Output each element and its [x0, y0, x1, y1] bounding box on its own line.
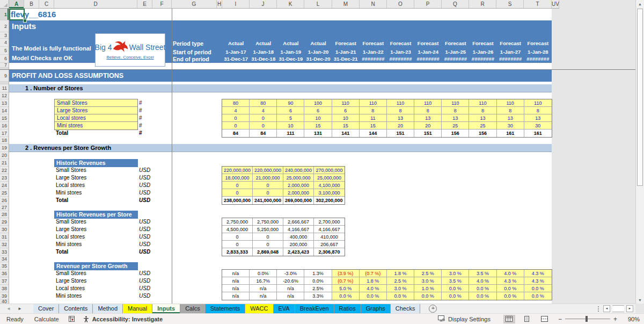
period-start-cell[interactable]: 1-Jan-23	[387, 48, 414, 56]
cell[interactable]: 4.0 %	[360, 285, 387, 292]
cell[interactable]: 10	[304, 114, 332, 122]
cell[interactable]: 0.0%	[250, 270, 277, 277]
cell[interactable]: 10	[277, 122, 304, 129]
display-settings-button[interactable]: Display Settings	[438, 315, 491, 323]
sheet-tab-method[interactable]: Method	[93, 304, 123, 313]
cell[interactable]: 20	[387, 122, 414, 129]
sheet-tab-ratios[interactable]: Ratios	[334, 304, 361, 313]
cell[interactable]: 0	[250, 122, 277, 129]
cell[interactable]: 15	[360, 122, 387, 129]
cell[interactable]: 3.0 %	[414, 277, 442, 285]
cell[interactable]: 2.5 %	[414, 270, 442, 277]
period-end-cell[interactable]: ########	[414, 55, 442, 63]
cell[interactable]: 25	[469, 122, 496, 129]
cell[interactable]: 111	[277, 129, 304, 137]
cell[interactable]: 80	[250, 99, 277, 107]
sheet-tab-breakeven[interactable]: BreakEven	[295, 304, 334, 313]
row-header-30[interactable]: 30	[0, 226, 9, 233]
cell[interactable]: 8	[442, 107, 469, 114]
cell[interactable]: 2.5 %	[387, 277, 414, 285]
cell[interactable]: 20	[414, 122, 442, 129]
cell[interactable]: 2,700,000	[314, 218, 345, 226]
period-start-cell[interactable]: 1-Jan-22	[360, 48, 387, 56]
input-label-cell[interactable]: Small Stores	[55, 99, 137, 107]
cell[interactable]: n/a	[222, 277, 250, 285]
new-sheet-button[interactable]: +	[429, 305, 437, 313]
sheet-tab-statements[interactable]: Statements	[206, 304, 246, 313]
cell[interactable]: 0.0 %	[414, 292, 442, 300]
cell[interactable]: 2,666,667	[283, 218, 314, 226]
cell[interactable]: n/a	[277, 285, 304, 292]
row-header-38[interactable]: 38	[0, 285, 9, 292]
cell[interactable]: 220,000,000	[222, 167, 253, 174]
cell[interactable]: 0.0 %	[469, 292, 496, 300]
cell[interactable]: 2,423,423	[283, 248, 314, 256]
period-end-cell[interactable]: ########	[524, 55, 552, 63]
row-header-24[interactable]: 24	[0, 182, 9, 189]
cell[interactable]: -20.6%	[277, 277, 304, 285]
cell[interactable]: 156	[469, 129, 496, 137]
cell[interactable]: 13	[469, 114, 496, 122]
cell[interactable]: 84	[250, 129, 277, 137]
row-header-31[interactable]: 31	[0, 233, 9, 241]
tab-scroll-right-icon[interactable]: ►	[18, 306, 22, 311]
cell[interactable]: 200,000	[283, 241, 314, 248]
cell[interactable]: 3.5 %	[442, 277, 469, 285]
cell[interactable]: 0.0 %	[387, 292, 414, 300]
period-type-cell[interactable]: Actual	[277, 40, 304, 47]
row-header-29[interactable]: 29	[0, 218, 9, 226]
period-end-cell[interactable]: 31-Dec-21	[332, 55, 360, 63]
row-header-1[interactable]: 1	[0, 9, 9, 20]
cell[interactable]: 0.0 %	[442, 292, 469, 300]
cell[interactable]: 0.0 %	[524, 292, 552, 300]
cell[interactable]: 2,750,000	[222, 218, 253, 226]
row-header-16[interactable]: 16	[0, 122, 9, 129]
section-band-pl-assumptions[interactable]: PROFIT AND LOSS ASSUMPTIONS	[9, 70, 552, 82]
cell[interactable]: n/a	[250, 292, 277, 300]
row-header-22[interactable]: 22	[0, 167, 9, 174]
cell[interactable]: 144	[360, 129, 387, 137]
cell[interactable]: 25,000,000	[283, 174, 314, 182]
normal-view-button[interactable]	[503, 315, 515, 323]
cell[interactable]: 5,250,000	[253, 226, 283, 233]
cell[interactable]: 131	[304, 129, 332, 137]
cell[interactable]: 0.0 %	[360, 292, 387, 300]
cell[interactable]: 6	[332, 107, 360, 114]
sheet-tab-cover[interactable]: Cover	[33, 304, 59, 313]
column-header-p[interactable]: P	[414, 0, 442, 8]
cell[interactable]: 110	[414, 99, 442, 107]
scroll-down-icon[interactable]: ▼	[636, 296, 644, 304]
cell[interactable]: 0.0%	[304, 277, 332, 285]
period-type-cell[interactable]: Forecast	[442, 40, 469, 47]
row-header-4[interactable]: 4	[0, 39, 9, 47]
column-header-o[interactable]: O	[387, 0, 414, 8]
row-header-34[interactable]: 34	[0, 256, 9, 262]
period-end-cell[interactable]: ########	[360, 55, 387, 63]
cell[interactable]: 5	[277, 114, 304, 122]
column-header-b[interactable]: B	[24, 0, 39, 8]
period-start-cell[interactable]: 1-Jan-19	[277, 48, 304, 56]
sheet-tab-inputs[interactable]: Inputs	[152, 304, 180, 313]
cell[interactable]: 8	[360, 107, 387, 114]
cell[interactable]: -3.0%	[277, 270, 304, 277]
cell[interactable]: 0	[222, 241, 253, 248]
cell[interactable]: 10	[332, 114, 360, 122]
row-header-25[interactable]: 25	[0, 189, 9, 197]
cell[interactable]: 302,200,000	[314, 197, 345, 204]
column-header-e[interactable]: E	[137, 0, 152, 8]
cell[interactable]: 4,100,000	[314, 182, 345, 189]
cell[interactable]: 4.3 %	[524, 270, 552, 277]
row-header-17[interactable]: 17	[0, 129, 9, 137]
cell[interactable]: (0.7 %)	[360, 270, 387, 277]
status-calculate[interactable]: Calculate	[34, 316, 59, 322]
cell[interactable]: 15	[332, 122, 360, 129]
cell[interactable]: 8	[387, 107, 414, 114]
cell[interactable]: 6	[277, 107, 304, 114]
start-of-period-label[interactable]: Start of period	[173, 48, 221, 56]
cell[interactable]: 151	[387, 129, 414, 137]
cell[interactable]: 3,100,000	[314, 189, 345, 197]
cell[interactable]: 4.0 %	[497, 270, 524, 277]
cell[interactable]: 0.0 %	[469, 285, 496, 292]
cell[interactable]: 6	[304, 107, 332, 114]
period-start-cell[interactable]: 1-Jan-21	[332, 48, 360, 56]
